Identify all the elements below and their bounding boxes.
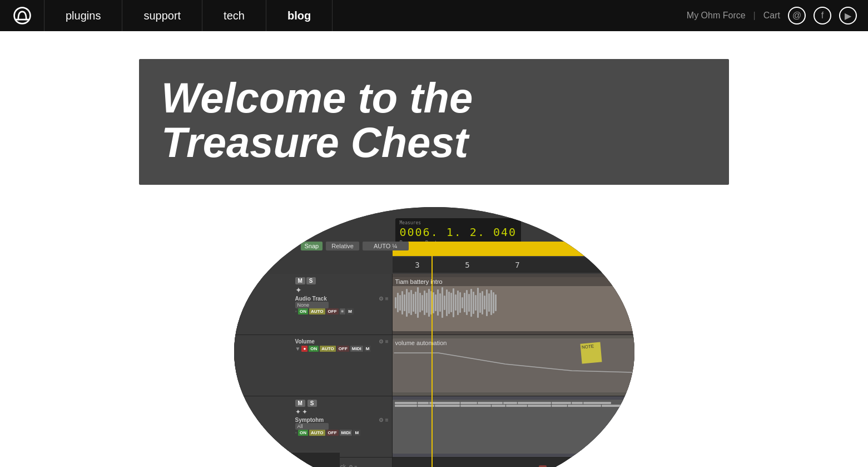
volume-record-btn[interactable]: ● xyxy=(301,346,307,352)
waveform-bar xyxy=(399,295,401,311)
daw-toolbar-area: 0 -3 xyxy=(393,458,634,467)
waveform-bar xyxy=(426,293,428,313)
track-area-volume: volume automation NOTE xyxy=(393,335,634,396)
cart-link[interactable]: Cart xyxy=(763,11,780,21)
midi-note xyxy=(418,402,429,404)
waveform-bar xyxy=(486,289,488,316)
mute-button-audio[interactable]: M xyxy=(295,277,305,284)
waveform-bar xyxy=(493,292,494,313)
nav-right: My Ohm Force | Cart @ f ▶ xyxy=(687,7,868,24)
snap-auto-dropdown[interactable]: AUTO ¼ xyxy=(363,242,409,250)
track-mute-solo: M S xyxy=(295,277,316,284)
nav-item-plugins[interactable]: plugins xyxy=(44,0,122,31)
synth-settings-icon[interactable]: ✦ xyxy=(295,408,301,416)
automation-block: volume automation NOTE xyxy=(393,338,634,392)
midi-note xyxy=(395,402,417,404)
midi-note xyxy=(492,405,505,407)
waveform-bar xyxy=(408,292,410,313)
nav-item-tech[interactable]: tech xyxy=(202,0,266,31)
status-auto-audio[interactable]: AUTO xyxy=(309,308,325,314)
midi-notes xyxy=(393,400,634,409)
synth-extra-icon[interactable]: ✦ xyxy=(302,408,307,416)
timeline-num-7: 7 xyxy=(493,260,543,269)
track-area-audio: Tiam battery intro xyxy=(393,274,634,335)
daw-bg: Measures 0006. 1. 2. 040 Bar Beat Snap R… xyxy=(234,207,634,467)
vol-status-on[interactable]: ON xyxy=(309,346,319,352)
hero-banner: Welcome to the Treasure Chest xyxy=(139,59,729,185)
volume-track-controls: ▼ ● ON AUTO OFF MIDI M xyxy=(295,346,389,352)
daw-playhead xyxy=(431,256,433,467)
waveform-bar xyxy=(464,293,465,312)
status-on-audio[interactable]: ON xyxy=(298,308,308,314)
waveform-bar xyxy=(446,289,448,316)
waveform-bar xyxy=(410,290,412,315)
volume-track-icons: ⚙ ≡ xyxy=(379,338,389,345)
vol-status-off[interactable]: OFF xyxy=(337,346,349,352)
vol-status-midi: MIDI xyxy=(350,346,363,352)
main-nav: plugins support tech blog My Ohm Force |… xyxy=(0,0,868,31)
waveform xyxy=(393,286,634,319)
facebook-icon[interactable]: f xyxy=(814,7,831,24)
daw-tracks: M S ✦ Audio Track ⚙ ≡ None xyxy=(234,274,634,467)
snap-button[interactable]: Snap xyxy=(301,242,323,250)
nav-item-support[interactable]: support xyxy=(122,0,202,31)
solo-button-synth[interactable]: S xyxy=(307,400,317,407)
sticky-note: NOTE xyxy=(580,342,602,363)
track-row-audio: M S ✦ Audio Track ⚙ ≡ None xyxy=(234,274,634,335)
synth-name-row: Symptohm ⚙ ≡ xyxy=(295,417,389,423)
status-auto-synth[interactable]: AUTO xyxy=(309,430,325,436)
track-settings-icon[interactable]: ✦ xyxy=(295,286,302,294)
mute-button-synth[interactable]: M xyxy=(295,400,305,407)
synth-track-header: M S xyxy=(295,400,389,407)
waveform-bar xyxy=(437,289,439,316)
waveform-bar xyxy=(453,288,454,317)
volume-down-icon[interactable]: ▼ xyxy=(295,346,301,352)
waveform-bar xyxy=(439,293,441,312)
status-midi-synth: MIDI xyxy=(340,430,353,436)
track-dropdown-audio[interactable]: None xyxy=(295,302,329,308)
midi-note xyxy=(518,402,551,404)
track-dropdown-synth[interactable]: All xyxy=(295,423,329,430)
youtube-icon[interactable]: ▶ xyxy=(839,7,857,24)
track-status-synth: • ON AUTO OFF MIDI M xyxy=(295,430,389,436)
waveform-bar xyxy=(450,293,452,312)
nav-separator: | xyxy=(753,11,756,21)
waveform-bar xyxy=(406,289,408,317)
email-icon[interactable]: @ xyxy=(788,7,806,24)
track-dropdown-row-audio: None xyxy=(295,302,389,308)
waveform-bar xyxy=(455,294,457,311)
midi-note xyxy=(478,402,503,404)
waveform-bar xyxy=(415,292,416,314)
waveform-bar xyxy=(435,294,437,311)
solo-button-audio[interactable]: S xyxy=(306,277,316,284)
logo[interactable] xyxy=(0,0,44,31)
audio-block-label: Tiam battery intro xyxy=(393,277,634,286)
status-on-synth[interactable]: ON xyxy=(298,430,308,436)
waveform-bar xyxy=(466,290,468,315)
waveform-bar xyxy=(477,288,479,318)
status-extra-audio: M xyxy=(346,308,354,314)
midi-note xyxy=(460,402,477,404)
midi-note xyxy=(435,405,460,407)
waveform-bar xyxy=(488,293,490,312)
waveform-bar xyxy=(401,291,403,314)
audio-block: Tiam battery intro xyxy=(393,277,634,331)
midi-note xyxy=(429,402,460,404)
waveform-bar xyxy=(417,287,419,318)
status-off-synth[interactable]: OFF xyxy=(326,430,339,436)
volume-track-header: Volume ⚙ ≡ xyxy=(295,338,389,345)
waveform-bar xyxy=(470,289,472,317)
waveform-bar xyxy=(419,293,421,312)
daw-display-value: 0006. 1. 2. 040 xyxy=(400,225,517,239)
waveform-bar xyxy=(490,290,492,315)
vol-status-auto[interactable]: AUTO xyxy=(320,346,336,352)
midi-note xyxy=(506,405,527,407)
snap-relative-dropdown[interactable]: Relative xyxy=(326,242,359,250)
my-ohm-force-link[interactable]: My Ohm Force xyxy=(687,11,746,21)
waveform-bar xyxy=(475,295,477,311)
status-off-audio[interactable]: OFF xyxy=(326,308,339,314)
nav-item-blog[interactable]: blog xyxy=(266,0,333,31)
measures-label: Measures xyxy=(400,220,517,225)
waveform-bar xyxy=(479,293,481,313)
midi-note xyxy=(572,402,583,404)
